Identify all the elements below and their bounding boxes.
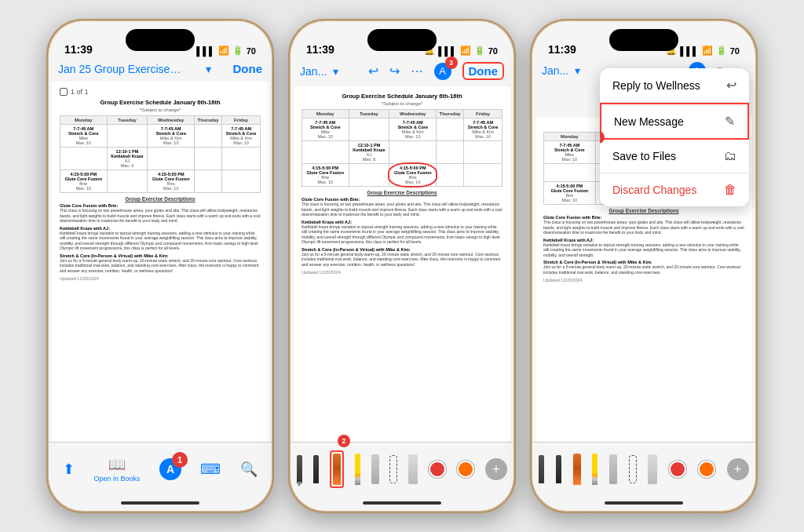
cell2-fri-3 (464, 164, 502, 187)
save-files-icon: 🗂 (724, 149, 736, 163)
discard-label: Discard Changes (612, 184, 696, 196)
eraser-tool-1[interactable] (371, 454, 379, 484)
open-in-books-button[interactable]: 📖 Open in Books (94, 456, 141, 483)
marker-tool-3[interactable] (573, 454, 581, 485)
home-bar-3 (605, 501, 683, 505)
cell2-wed-1: 7-7:45 AMStretch & CoreMike & KimMax: 10 (389, 118, 437, 141)
pen-tool-3b[interactable] (556, 455, 561, 483)
status-icons-3: 🔔 ▌▌▌ 📶 🔋 70 (666, 46, 740, 56)
doc-content-2: Group Exercise Schedule January 6th-16th… (294, 86, 510, 442)
cell-tue-2: 12:10-1 PMKettlebell KrazeAJMax: 6 (107, 148, 148, 170)
nav-done-1[interactable]: Done (233, 62, 263, 75)
doc-title-1: Group Exercise Schedule January 6th-16th (60, 99, 261, 106)
color-picker-orange[interactable] (457, 461, 474, 478)
battery-icon-2: 🔋 (474, 46, 485, 56)
signal-icon-3: ▌▌▌ (680, 46, 698, 56)
desc-section-title-1: Group Exercise Descriptions (60, 196, 261, 202)
pencil-tool-1[interactable] (355, 454, 360, 485)
nav-done-2[interactable]: Done (462, 62, 505, 80)
wifi-icon-2: 📶 (460, 46, 471, 56)
cell-thu-1 (194, 125, 221, 148)
phones-container: 11:39 ▌▌▌ 📶 🔋 70 Jan 25 Group Exercise S… (31, 3, 773, 529)
nav-bar-1: Jan 25 Group Exercise Schedule... ▾ Done (49, 59, 272, 82)
ruler-icon (408, 454, 418, 484)
pencil-tool-3[interactable] (592, 454, 598, 485)
marker-icon-orange (333, 454, 341, 485)
battery-pct-3: 70 (730, 46, 740, 56)
dropdown-discard[interactable]: Discard Changes 🗑 (600, 173, 749, 206)
books-icon: 📖 (108, 456, 126, 473)
share-button-1[interactable]: ⬆ (63, 461, 75, 478)
lasso-icon (389, 455, 397, 483)
pen-tool-3a[interactable] (539, 455, 544, 483)
lasso-tool-3[interactable] (629, 455, 637, 483)
battery-pct-1: 70 (247, 46, 256, 56)
nav-chevron-1[interactable]: ▾ (206, 63, 211, 75)
dropdown-reply-wellness[interactable]: Reply to Wellness ↩ (600, 68, 749, 103)
table-row: 7-7:45 AMStretch & CoreMikeMax: 10 7-7:4… (302, 118, 502, 141)
more-icon-2[interactable]: ⋯ (411, 64, 423, 78)
nav-title-3[interactable]: Jan... (542, 64, 568, 77)
cell-tue-1 (107, 125, 148, 148)
markup-icon-wrapper-2: A 3 (434, 63, 451, 80)
nav-chevron-3[interactable]: ▾ (575, 64, 580, 77)
color-dot-orange (457, 461, 474, 478)
dropdown-new-message[interactable]: New Message ✎ 4 (600, 103, 749, 140)
dynamic-island-2 (367, 29, 437, 51)
cell2-mon-2 (302, 141, 349, 164)
color-dot-orange-3 (698, 461, 715, 478)
nav-chevron-2[interactable]: ▾ (333, 65, 338, 78)
cell-thu-3 (194, 170, 221, 193)
desc-item2-2: Kettlebell Kraze with AJ: Kettlebell kra… (302, 220, 502, 245)
search-icon-1: 🔍 (240, 461, 258, 478)
color-picker-orange-3[interactable] (698, 461, 715, 478)
desc-section-3: Group Exercise Descriptions Glute Core F… (543, 208, 744, 275)
redo-icon-2[interactable]: ↪ (389, 64, 400, 78)
ruler-tool-1[interactable] (408, 454, 418, 484)
eraser-tool-3[interactable] (609, 454, 617, 484)
marker-tool-highlighted[interactable] (330, 450, 344, 488)
updated-text-1: Updated 12/20/2024 (60, 276, 261, 281)
add-tool-button-3[interactable]: + (727, 458, 749, 480)
ruler-tool-3[interactable] (648, 454, 657, 484)
home-bar-1 (121, 501, 199, 505)
cell2-thu-1 (436, 118, 463, 141)
table-row: 12:10-1 PMKettlebell KrazeAJMax: 6 (302, 141, 502, 164)
undo-icon-2[interactable]: ↩ (368, 64, 378, 78)
desc-item2-1: Glute Core Fusion with Brie: This class … (302, 197, 502, 217)
desc-item-2: Kettlebell Kraze with AJ: Kettlebell kra… (60, 226, 261, 251)
nav-title-2[interactable]: Jan... (300, 65, 327, 78)
cell3-mon-1: 7-7:45 AMStretch & CoreMikeMax: 10 (544, 141, 596, 164)
pen-tool-1[interactable] (297, 455, 302, 483)
cell2-mon-1: 7-7:45 AMStretch & CoreMikeMax: 10 (302, 118, 349, 141)
new-message-label: New Message (614, 115, 684, 128)
lasso-tool-1[interactable] (389, 455, 397, 483)
dynamic-island-3 (609, 29, 678, 51)
pen-tool-2[interactable] (313, 455, 319, 483)
nav-title-1[interactable]: Jan 25 Group Exercise Schedule... (58, 63, 184, 75)
cell-fri-2 (222, 148, 261, 170)
dropdown-save-files[interactable]: Save to Files 🗂 (600, 140, 749, 173)
col-thursday-2: Thursday (436, 110, 463, 118)
cell2-fri-2 (464, 141, 502, 164)
keyboard-button-1[interactable]: ⌨ (200, 461, 221, 478)
color-dot-red (429, 461, 446, 478)
lasso-icon-3 (629, 455, 637, 483)
nav-left-3: Jan... ▾ (542, 64, 580, 77)
color-picker-red-3[interactable] (669, 461, 686, 478)
nav-bar-2: Jan... ▾ ↩ ↪ ⋯ A 3 Done (291, 59, 513, 86)
doc-subtitle-2: *Subject to change* (302, 101, 502, 106)
time-2: 11:39 (306, 43, 334, 56)
doc-title-2: Group Exercise Schedule January 6th-16th (302, 93, 502, 100)
markup-btn-wrapper-1: A 1 (159, 458, 181, 480)
pencil-icon (355, 454, 360, 485)
cell2-tue-2: 12:10-1 PMKettlebell KrazeAJMax: 6 (349, 141, 389, 164)
search-button-1[interactable]: 🔍 (240, 461, 258, 478)
add-tool-button[interactable]: + (485, 458, 507, 480)
cell3-mon-2 (544, 164, 596, 182)
cell2-wed-2 (389, 141, 437, 164)
doc-content-1: 1 of 1 Group Exercise Schedule January 6… (52, 82, 269, 442)
color-picker-red[interactable] (429, 461, 446, 478)
col-monday-3: Monday (544, 133, 596, 141)
pen-icon-3b (556, 455, 561, 483)
